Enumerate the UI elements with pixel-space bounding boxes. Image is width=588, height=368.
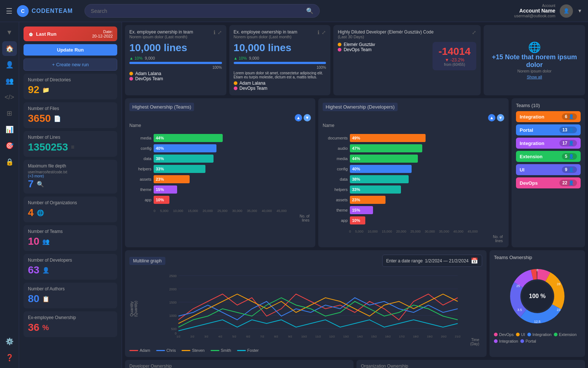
y-axis-unit: (Quantity) [134,301,138,317]
team-count: 5 👤 [562,153,577,160]
search-bar[interactable]: 🔍 [85,4,320,18]
expand-icon[interactable]: ⤢ [218,29,222,35]
team-item-ui[interactable]: UI 9 👤 [516,164,581,175]
account-name: Account Name [514,8,555,14]
sidebar-item-home[interactable]: 🏠 [2,41,17,56]
info-icon-2[interactable]: ℹ [318,29,319,35]
svg-text:16/2: 16/2 [385,335,391,338]
chart-panel-developers: Highest Ownership (Developers) ▲ ▼ Name … [318,98,509,247]
svg-text:1/2: 1/2 [176,335,181,338]
donut-chart: 100 % 8 28 23 12.5 3.5 25 [504,263,570,329]
team-item-devops[interactable]: DevOps 22 👤 [516,177,581,188]
svg-text:12.5: 12.5 [534,320,541,323]
stat-orgs-value: 4🌐 [28,207,113,219]
show-all-link[interactable]: Show all [527,75,542,79]
card-2-value: 10,000 lines [234,42,326,54]
legend-extension-donut: Extension [554,332,577,337]
chart-teams-name-header: Name [129,123,311,128]
sidebar-item-teams[interactable]: 👥 [2,74,17,88]
stat-ex-employee: Ex-employee Ownership 36% [24,311,117,337]
create-new-run-button[interactable]: + Create new run [24,59,117,71]
stat-directories-label: Number of Directories [28,77,113,82]
sidebar-item-dropdown[interactable]: ▼ [2,25,17,40]
card-3-from: from (60455) [438,63,470,67]
stat-teams-label: Number of Teams [28,229,113,234]
card-1-team: DevOps Team [135,76,163,81]
legend-devops: DevOps [494,332,514,337]
stat-depth: Maximum file depth user/marco/test/code.… [24,160,117,194]
stat-orgs: Number of Organizations 4🌐 [24,197,117,222]
card-1-author: Adam Lalana [135,71,161,76]
x-axis-label: Time(Day) [139,338,479,346]
chart-teams-title: Highest Ownership (Teams) [129,103,194,111]
update-run-button[interactable]: Update Run [24,44,117,56]
note-number: +15 Note that norem ipsum dolor [488,53,581,69]
last-run-button[interactable]: ⏰ Last Run Date: 20-12-2022 [24,26,117,41]
card-diluted-developer: Highly Diluted Developer (Elemér Gusztáv… [333,25,481,95]
account-email: usermail@outlook.com [514,14,555,18]
left-panel: ⏰ Last Run Date: 20-12-2022 Update Run +… [19,22,122,368]
account-label: Account [514,4,555,8]
team-item-integration-2[interactable]: Integration 17 👤 [516,138,581,149]
info-icon[interactable]: ℹ [214,29,215,35]
sidebar-item-settings[interactable]: ⚙️ [2,334,17,349]
footer-dev-ownership: Developer Ownership [125,360,354,368]
multiline-chart: 2500 2000 1500 1000 500 0 [139,272,482,338]
chevron-down-icon[interactable]: ▼ [577,8,582,14]
sidebar-item-target[interactable]: 🎯 [2,138,17,153]
svg-text:3.5: 3.5 [517,308,522,312]
calendar-icon[interactable]: 📅 [471,257,478,264]
stat-orgs-label: Number of Organizations [28,200,113,205]
hamburger-icon[interactable]: ☰ [6,7,12,15]
sidebar-item-chart[interactable]: 📊 [2,122,17,137]
card-1-value: 10,000 lines [129,42,222,54]
sidebar-item-security[interactable]: 🔒 [2,155,17,169]
sort-down-btn-2[interactable]: ▼ [497,114,504,121]
sidebar: ▼ 🏠 👤 👥 </> ⊞ 📊 🎯 🔒 ⚙️ ❓ [0,22,19,368]
last-run-date: Date: 20-12-2022 [92,29,113,38]
sidebar-item-group[interactable]: ⊞ [2,106,17,121]
sidebar-item-user[interactable]: 👤 [2,57,17,72]
team-item-integration-1[interactable]: Integration 6 👤 [516,111,581,122]
multiline-panel: Multiline graph Enter a date range 1/2/2… [125,250,487,357]
account-info: Account Account Name usermail@outlook.co… [514,4,555,18]
team-count: 13 👤 [559,127,577,133]
svg-text:11/2: 11/2 [315,335,321,338]
avatar[interactable]: 👤 [560,4,573,18]
team-name: Extension [520,154,562,159]
card-1-change: ▲ 10% [129,56,143,60]
search-input[interactable] [91,8,303,14]
legend-ui: UI [516,332,525,337]
sidebar-item-help[interactable]: ❓ [2,350,17,365]
date-range-input[interactable]: Enter a date range 1/2/2024 — 21/2/2024 … [382,255,482,267]
expand-icon-2[interactable]: ⤢ [322,29,326,35]
svg-text:12/2: 12/2 [329,335,335,338]
sort-up-btn[interactable]: ▲ [295,114,302,121]
stat-authors-value: 80📋 [28,293,113,305]
expand-icon-3[interactable]: ⤢ [472,29,476,35]
legend-portal-donut: Portal [520,339,536,343]
stat-directories-value: 92📁 [28,84,113,96]
team-count: 6 👤 [562,113,577,120]
team-item-extension[interactable]: Extension 5 👤 [516,151,581,162]
stat-depth-path: user/marco/test/code.txt [28,170,113,174]
top-cards-row: Ex. employee ownership in team Norem ips… [125,25,585,95]
sort-up-btn-2[interactable]: ▲ [488,114,495,121]
card-1-progress [129,62,222,64]
sidebar-item-code[interactable]: </> [2,90,17,105]
stat-teams-value: 10👥 [28,236,113,247]
svg-text:500: 500 [171,327,176,331]
sort-down-btn[interactable]: ▼ [304,114,311,121]
stat-depth-more[interactable]: (+3 more) [28,174,113,178]
main-content: Ex. employee ownership in team Norem ips… [122,22,588,368]
chart-teams-x-labels: 05,00010,00015,00020,00025,00030,00035,0… [129,209,311,213]
svg-text:3/2: 3/2 [204,335,209,338]
card-1-subtitle: Norem ipsum dolor (Last month) [129,35,193,39]
svg-text:7/2: 7/2 [260,335,265,338]
legend-integration-donut: Integration [527,332,552,337]
search-icon[interactable]: 🔍 [306,7,313,14]
team-item-portal[interactable]: Portal 13 👤 [516,124,581,135]
stat-files: Number of Files 3650📄 [24,102,117,128]
svg-text:14/2: 14/2 [357,335,363,338]
card-1-pct: 100% [129,66,222,70]
